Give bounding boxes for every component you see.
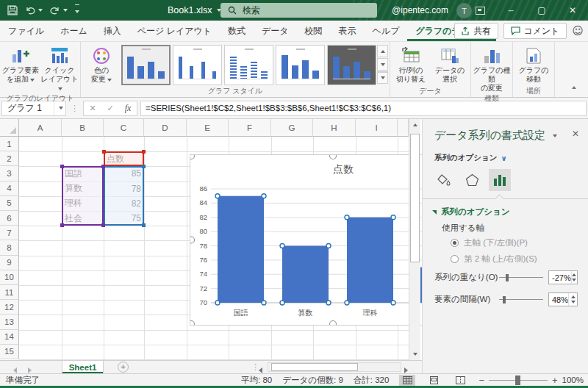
sheet-tab-sheet1[interactable]: Sheet1: [62, 361, 104, 373]
tab-校閲[interactable]: 校閲: [297, 21, 331, 41]
column-header-F[interactable]: F: [229, 119, 271, 137]
move-chart-button[interactable]: グラフの移動: [514, 43, 553, 84]
row-header-6[interactable]: 6: [0, 211, 19, 226]
series-name-range-handle-tl[interactable]: [102, 150, 106, 154]
series-name-range-handle-tr[interactable]: [142, 150, 146, 154]
formula-input[interactable]: =SERIES(Sheet1!$C$2,Sheet1!$B$3:$B$6,She…: [140, 101, 587, 116]
fill-line-tab[interactable]: [433, 169, 455, 191]
insert-function-button[interactable]: fx: [119, 103, 137, 114]
row-header-2[interactable]: 2: [0, 151, 19, 166]
pane-close-icon[interactable]: ✕: [572, 129, 579, 139]
status-sum[interactable]: 合計: 320: [354, 375, 390, 386]
gallery-scroll-up-icon[interactable]: [377, 45, 388, 57]
values-range-handle-tr[interactable]: [142, 165, 146, 168]
primary-axis-radio[interactable]: 主軸 (下/左側)(P): [451, 237, 528, 248]
switch-row-column-button[interactable]: 行/列の切り替え: [392, 43, 430, 84]
minimize-button[interactable]: ─: [495, 0, 526, 21]
zoom-slider[interactable]: [489, 380, 548, 381]
tab-ヘルプ[interactable]: ヘルプ: [365, 21, 408, 41]
category-range-handle-tr[interactable]: [101, 165, 105, 168]
category-range-handle-bl[interactable]: [60, 223, 64, 227]
add-chart-element-button[interactable]: グラフ要素を追加: [1, 43, 40, 84]
select-all-corner[interactable]: [0, 119, 19, 137]
row-header-8[interactable]: 8: [0, 240, 19, 255]
bar-chart[interactable]: 707274767880828486点数国語算数理科社会: [190, 155, 422, 325]
spin-up-icon[interactable]: [571, 295, 576, 298]
row-header-11[interactable]: 11: [0, 285, 19, 300]
chart-style-thumb-1[interactable]: [121, 45, 171, 85]
column-header-A[interactable]: A: [19, 119, 62, 137]
gallery-more-icon[interactable]: [377, 71, 388, 84]
save-icon[interactable]: [7, 5, 18, 15]
maximize-button[interactable]: ▢: [526, 0, 557, 21]
chart-resize-handle[interactable]: [190, 321, 195, 326]
undo-button[interactable]: [25, 6, 43, 15]
chart-resize-handle[interactable]: [330, 321, 337, 326]
column-header-D[interactable]: D: [144, 119, 187, 137]
spin-down-icon[interactable]: [571, 301, 576, 303]
chart-object[interactable]: 707274767880828486点数国語算数理科社会: [190, 154, 422, 326]
account-email[interactable]: @ipentec.com: [392, 0, 448, 21]
close-button[interactable]: ✕: [557, 0, 588, 21]
row-header-12[interactable]: 12: [0, 300, 19, 315]
values-range[interactable]: [104, 166, 144, 226]
gap-width-input[interactable]: 48%: [548, 292, 578, 306]
tab-ページ レイアウト[interactable]: ページ レイアウト: [129, 21, 220, 41]
page-break-preview-button[interactable]: [452, 375, 468, 386]
tab-表示[interactable]: 表示: [331, 21, 365, 41]
gap-width-slider[interactable]: [499, 295, 543, 305]
share-button[interactable]: 共有: [454, 23, 498, 39]
quick-layout-button[interactable]: クイックレイアウト: [40, 43, 79, 93]
page-layout-view-button[interactable]: [426, 375, 442, 386]
category-range[interactable]: [62, 166, 104, 226]
feedback-smiley-icon[interactable]: ☺: [572, 24, 584, 37]
bar-算数[interactable]: [282, 246, 329, 303]
row-header-4[interactable]: 4: [0, 182, 19, 196]
chart-style-thumb-3[interactable]: [224, 45, 273, 85]
change-chart-type-button[interactable]: グラフの種類の変更: [473, 43, 511, 93]
vertical-scrollbar[interactable]: [409, 119, 420, 360]
row-header-5[interactable]: 5: [0, 196, 19, 211]
collapse-ribbon-button[interactable]: [567, 82, 581, 93]
comment-button[interactable]: コメント: [503, 23, 567, 39]
row-header-7[interactable]: 7: [0, 226, 19, 240]
row-header-13[interactable]: 13: [0, 315, 19, 329]
zoom-out-button[interactable]: −: [478, 375, 484, 386]
column-header-partial[interactable]: [398, 119, 409, 137]
column-header-B[interactable]: B: [62, 119, 104, 137]
status-count[interactable]: データの個数: 9: [282, 375, 343, 386]
status-average[interactable]: 平均: 80: [241, 375, 272, 386]
redo-dropdown-icon[interactable]: [63, 9, 68, 12]
zoom-level[interactable]: 100%: [562, 376, 584, 384]
series-overlap-input[interactable]: -27%: [548, 270, 578, 284]
vertical-scrollbar-thumb[interactable]: [410, 134, 420, 262]
add-sheet-button[interactable]: +: [118, 362, 129, 373]
tab-データ[interactable]: データ: [254, 21, 297, 41]
column-header-H[interactable]: H: [313, 119, 356, 137]
column-header-G[interactable]: G: [271, 119, 313, 137]
tab-ファイル[interactable]: ファイル: [0, 21, 52, 41]
row-header-10[interactable]: 10: [0, 270, 19, 285]
chart-resize-handle[interactable]: [330, 155, 337, 159]
chart-resize-handle[interactable]: [190, 237, 195, 243]
row-header-9[interactable]: 9: [0, 256, 19, 270]
pane-title-dropdown-icon[interactable]: [553, 134, 557, 137]
spin-down-icon[interactable]: [572, 279, 576, 281]
series-options-section-header[interactable]: 系列のオプション: [431, 206, 510, 218]
row-header-1[interactable]: 1: [0, 137, 19, 151]
cancel-entry-button[interactable]: ✕: [84, 104, 101, 113]
qat-customize-icon[interactable]: [75, 4, 79, 16]
tab-挿入[interactable]: 挿入: [96, 21, 129, 41]
redo-button[interactable]: [50, 6, 68, 15]
enter-entry-button[interactable]: ✓: [101, 104, 119, 113]
ribbon-display-options-button[interactable]: [465, 0, 495, 21]
column-header-I[interactable]: I: [356, 119, 398, 137]
series-name-range[interactable]: [104, 151, 144, 166]
tab-ホーム[interactable]: ホーム: [52, 21, 96, 41]
search-input[interactable]: 検索: [220, 3, 377, 18]
spin-up-icon[interactable]: [572, 273, 576, 276]
normal-view-button[interactable]: [399, 375, 415, 386]
row-header-3[interactable]: 3: [0, 166, 19, 181]
change-colors-button[interactable]: 色の変更: [82, 43, 121, 84]
row-header-15[interactable]: 15: [0, 345, 19, 359]
